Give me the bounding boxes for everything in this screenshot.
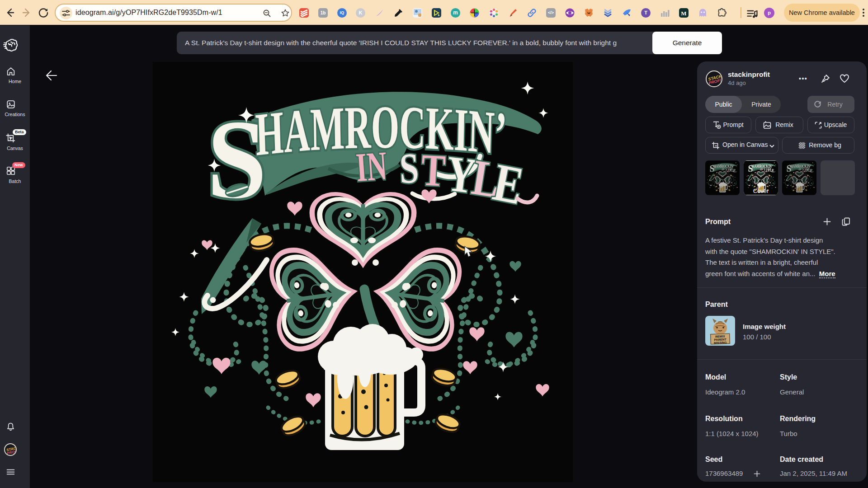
svg-text:M: M [681, 10, 686, 17]
svg-text:MISSING: MISSING [714, 341, 727, 344]
